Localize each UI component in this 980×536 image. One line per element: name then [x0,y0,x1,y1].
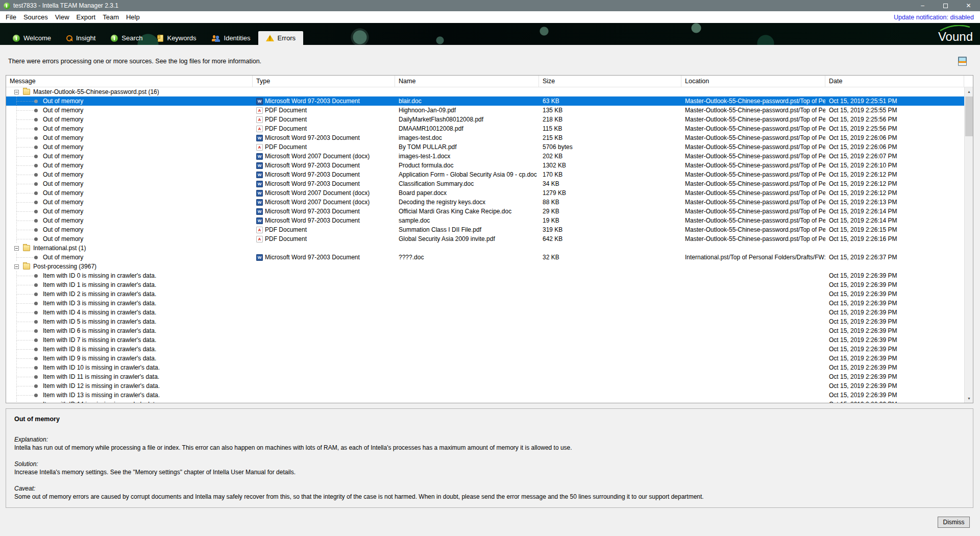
column-header-location[interactable]: Location [681,76,825,87]
column-header-date[interactable]: Date [825,76,964,87]
cell-size: 135 KB [539,106,681,115]
scrollbar-thumb[interactable] [965,96,973,136]
table-row[interactable]: Out of memoryWMicrosoft Word 2007 Docume… [6,188,964,198]
table-row[interactable]: Out of memoryWMicrosoft Word 97-2003 Doc… [6,170,964,179]
column-header-type[interactable]: Type [253,76,395,87]
table-row[interactable]: Out of memoryWMicrosoft Word 97-2003 Doc… [6,216,964,225]
table-row[interactable]: Out of memoryWMicrosoft Word 97-2003 Doc… [6,253,964,262]
table-row[interactable]: Item with ID 1 is missing in crawler's d… [6,280,964,289]
table-row[interactable]: Item with ID 13 is missing in crawler's … [6,391,964,400]
tab-errors[interactable]: Errors [258,31,303,45]
menu-item-help[interactable]: Help [122,11,143,23]
table-row[interactable]: Out of memoryAPDF DocumentHighnoon-Jan-0… [6,106,964,115]
collapse-expander-icon[interactable] [14,246,19,251]
tab-label-search: Search [121,34,142,42]
table-row[interactable]: Out of memoryWMicrosoft Word 97-2003 Doc… [6,179,964,188]
cell-date-text: Oct 15, 2019 2:26:39 PM [829,355,897,362]
tab-keywords[interactable]: Keywords [150,31,204,45]
maximize-button[interactable] [934,0,957,11]
cell-size-text: 34 KB [543,180,559,187]
cell-name [395,280,539,289]
menu-item-team[interactable]: Team [99,11,122,23]
table-row[interactable]: Item with ID 12 is missing in crawler's … [6,381,964,391]
welcome-orb-icon [13,35,20,42]
table-row[interactable]: Out of memoryAPDF DocumentBy TOM PULLAR.… [6,142,964,152]
vertical-scrollbar[interactable]: ▲ ▼ [964,87,973,403]
menu-item-export[interactable]: Export [73,11,100,23]
table-row[interactable]: Item with ID 9 is missing in crawler's d… [6,354,964,363]
cell-date: Oct 15, 2019 2:26:39 PM [825,326,964,335]
menu-item-sources[interactable]: Sources [20,11,52,23]
collapse-expander-icon[interactable] [14,90,19,94]
table-row[interactable]: Out of memoryWMicrosoft Word 2007 Docume… [6,198,964,207]
cell-name: images-test-1.docx [395,152,539,161]
cell-type-text: PDF Document [265,125,307,132]
cell-date-text: Oct 15, 2019 2:26:10 PM [829,162,897,169]
table-row[interactable]: Item with ID 14 is missing in crawler's … [6,400,964,403]
collapse-expander-icon[interactable] [14,264,19,269]
table-row[interactable]: Item with ID 2 is missing in crawler's d… [6,289,964,299]
column-header-size[interactable]: Size [539,76,681,87]
cell-type-text: Microsoft Word 2007 Document (docx) [265,153,370,160]
scroll-down-icon[interactable]: ▼ [965,394,973,403]
menu-item-view[interactable]: View [52,11,73,23]
column-header-name[interactable]: Name [395,76,539,87]
table-row[interactable]: Out of memoryAPDF DocumentGlobal Securit… [6,234,964,243]
table-row[interactable]: Out of memoryAPDF DocumentDailyMarketFla… [6,115,964,124]
table-row[interactable]: Out of memoryWMicrosoft Word 97-2003 Doc… [6,96,964,106]
table-row[interactable]: Item with ID 3 is missing in crawler's d… [6,299,964,308]
tab-identities[interactable]: Identities [204,31,258,45]
error-message-label: Out of memory [43,189,83,197]
group-label: Master-Outlook-55-Chinese-password.pst (… [33,88,159,95]
table-row[interactable]: Item with ID 5 is missing in crawler's d… [6,317,964,326]
pdf-file-icon: A [256,144,263,151]
table-row[interactable]: Out of memoryAPDF DocumentSummation Clas… [6,225,964,234]
table-row[interactable]: Item with ID 11 is missing in crawler's … [6,372,964,381]
error-message-label: Out of memory [43,143,83,151]
table-row[interactable]: Item with ID 0 is missing in crawler's d… [6,271,964,280]
table-group-row[interactable]: International.pst (1) [6,243,964,253]
table-row[interactable]: Out of memoryWMicrosoft Word 2007 Docume… [6,152,964,161]
scroll-up-icon[interactable]: ▲ [965,87,973,96]
error-message-label: Item with ID 8 is missing in crawler's d… [43,346,156,353]
cell-message: Out of memory [6,133,253,142]
update-notification-link[interactable]: Update notification: disabled [894,11,974,23]
table-row[interactable]: Item with ID 4 is missing in crawler's d… [6,308,964,317]
detail-caveat-text: Some out of memory errors are caused by … [14,493,965,500]
tab-search[interactable]: Search [103,31,150,45]
save-icon[interactable] [958,57,967,66]
cell-size: 202 KB [539,152,681,161]
dismiss-button[interactable]: Dismiss [938,517,970,528]
cell-location [681,326,825,335]
cell-type-text: PDF Document [265,226,307,233]
cell-location [681,271,825,280]
cell-date-text: Oct 15, 2019 2:26:37 PM [829,254,897,261]
bullet-icon [34,302,38,305]
cell-date-text: Oct 15, 2019 2:25:56 PM [829,125,897,132]
menu-item-file[interactable]: File [2,11,20,23]
app-icon [4,3,10,9]
cell-location: Master-Outlook-55-Chinese-password.pst/T… [681,188,825,198]
table-row[interactable]: Item with ID 10 is missing in crawler's … [6,363,964,372]
cell-name: images-test.doc [395,133,539,142]
tab-welcome[interactable]: Welcome [5,31,59,45]
cell-date: Oct 15, 2019 2:26:14 PM [825,216,964,225]
cell-name-text: sample.doc [399,217,430,224]
table-row[interactable]: Item with ID 6 is missing in crawler's d… [6,326,964,335]
table-group-row[interactable]: Master-Outlook-55-Chinese-password.pst (… [6,87,964,96]
cell-location: Master-Outlook-55-Chinese-password.pst/T… [681,133,825,142]
column-header-message[interactable]: Message [6,76,253,87]
table-group-row[interactable]: Post-processing (3967) [6,262,964,271]
table-row[interactable]: Item with ID 7 is missing in crawler's d… [6,335,964,345]
table-row[interactable]: Out of memoryWMicrosoft Word 97-2003 Doc… [6,133,964,142]
table-row[interactable]: Out of memoryWMicrosoft Word 97-2003 Doc… [6,207,964,216]
minimize-button[interactable]: – [911,0,934,11]
cell-name-text: Official Mardi Gras King Cake Recipe.doc [399,208,511,215]
table-row[interactable]: Out of memoryWMicrosoft Word 97-2003 Doc… [6,161,964,170]
tab-insight[interactable]: Insight [59,31,103,45]
close-button[interactable]: ✕ [957,0,980,11]
table-row[interactable]: Item with ID 8 is missing in crawler's d… [6,345,964,354]
bullet-icon [34,329,38,333]
table-row[interactable]: Out of memoryAPDF DocumentDMAAMR10012008… [6,124,964,133]
cell-location [681,299,825,308]
